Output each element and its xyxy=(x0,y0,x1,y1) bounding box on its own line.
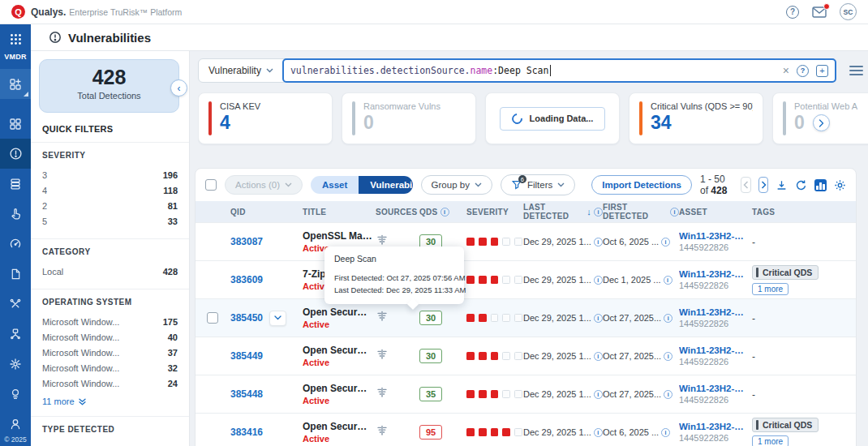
table-row[interactable]: 385449Open Secure Soc...Active30Dec 29, … xyxy=(196,337,856,375)
filter-item[interactable]: 3196 xyxy=(42,167,178,182)
detection-source-icon[interactable] xyxy=(376,310,389,323)
gear-icon[interactable] xyxy=(834,179,846,191)
toggle-asset[interactable]: Asset xyxy=(311,176,359,194)
refresh-icon[interactable] xyxy=(795,179,807,191)
asset-name-link[interactable]: Win11-23H2-B... xyxy=(679,307,749,317)
expand-row-button[interactable] xyxy=(269,311,286,326)
qid-link[interactable]: 383087 xyxy=(230,236,263,247)
select-all-checkbox[interactable] xyxy=(205,179,217,191)
filters-button[interactable]: 6 Filters xyxy=(501,174,575,195)
summary-card-loading-data-[interactable]: Loading Data... xyxy=(485,92,620,144)
sidebar-item-settings-star[interactable] xyxy=(0,349,31,379)
asset-name-link[interactable]: Win11-23H2-B... xyxy=(679,422,749,431)
detection-source-icon[interactable] xyxy=(376,348,389,361)
sidebar-item-tools[interactable] xyxy=(0,289,31,319)
info-icon[interactable]: i xyxy=(664,390,672,399)
import-detections-button[interactable]: Import Detections xyxy=(591,175,692,195)
col-header-qds[interactable]: QDS xyxy=(419,208,438,217)
col-header-first-detected[interactable]: FIRST DETECTED xyxy=(603,203,668,221)
summary-card-potential-web-a[interactable]: Potential Web A0 xyxy=(772,92,868,144)
sidebar-item-dashboard[interactable] xyxy=(0,109,31,139)
filter-item[interactable]: Microsoft Window...175 xyxy=(42,314,178,329)
filter-item[interactable]: Microsoft Window...40 xyxy=(42,329,178,345)
actions-button[interactable]: Actions (0) xyxy=(225,175,303,195)
vuln-title[interactable]: OpenSSL Man In ... xyxy=(303,230,372,242)
filter-item[interactable]: 281 xyxy=(42,198,178,213)
vuln-title[interactable]: Open Secure Soc... xyxy=(303,421,372,432)
info-icon[interactable]: i xyxy=(670,208,679,217)
tag-badge[interactable]: Critical QDS xyxy=(752,418,819,432)
query-help-icon[interactable]: ? xyxy=(797,65,809,77)
filter-item[interactable]: 533 xyxy=(42,213,178,229)
collapse-panel-button[interactable]: ‹ xyxy=(170,79,187,96)
next-card-button[interactable] xyxy=(813,114,830,131)
detection-source-icon[interactable] xyxy=(376,424,389,437)
info-icon[interactable]: i xyxy=(661,238,670,247)
col-header-sources[interactable]: SOURCES xyxy=(376,208,418,217)
vuln-title[interactable]: Open Secure Soc... xyxy=(303,345,372,356)
sidebar-item-scans[interactable] xyxy=(0,169,31,199)
filter-item[interactable]: Local428 xyxy=(42,264,178,279)
filter-item[interactable]: Microsoft Window...37 xyxy=(42,345,178,360)
apps-grid-icon[interactable] xyxy=(10,33,22,49)
row-checkbox[interactable] xyxy=(207,312,218,324)
search-scope-dropdown[interactable]: Vulnerability xyxy=(199,59,283,82)
sidebar-item-response-hand[interactable] xyxy=(0,199,31,229)
info-icon[interactable]: i xyxy=(594,428,603,437)
info-icon[interactable]: i xyxy=(440,208,449,217)
table-row[interactable]: 383416Open Secure Soc...Active95Dec 29, … xyxy=(196,413,856,446)
qid-link[interactable]: 383609 xyxy=(230,274,263,285)
info-icon[interactable]: i xyxy=(594,314,603,323)
menu-icon[interactable] xyxy=(849,66,863,75)
col-header-last-detected[interactable]: LAST DETECTED xyxy=(523,203,584,221)
sidebar-item-reports-gauge[interactable] xyxy=(0,229,31,259)
asset-name-link[interactable]: Win11-23H2-B... xyxy=(679,384,749,393)
info-icon[interactable]: i xyxy=(594,352,603,361)
table-row[interactable]: 385448Open Secure Soc...Active35Dec 29, … xyxy=(196,375,856,413)
detection-source-icon[interactable] xyxy=(376,234,389,247)
sidebar-item-vulnerabilities[interactable] xyxy=(0,139,31,169)
clear-search-icon[interactable]: × xyxy=(783,65,789,76)
table-row[interactable]: 383087OpenSSL Man In ...Active30Dec 29, … xyxy=(196,222,856,260)
info-icon[interactable]: i xyxy=(594,390,603,399)
filter-item[interactable]: 4118 xyxy=(42,182,178,198)
qid-link[interactable]: 385448 xyxy=(230,388,263,400)
col-header-title[interactable]: TITLE xyxy=(303,208,326,217)
help-icon[interactable]: ? xyxy=(786,6,799,19)
col-header-severity[interactable]: SEVERITY xyxy=(466,208,509,217)
tag-badge[interactable]: Critical QDS xyxy=(752,265,819,280)
sidebar-item-document[interactable] xyxy=(0,259,31,289)
summary-card-ransomware-vulns[interactable]: Ransomware Vulns0 xyxy=(342,92,476,144)
sidebar-item-network[interactable] xyxy=(0,319,31,349)
sidebar-item-insights-lamp[interactable] xyxy=(0,379,31,409)
col-header-tags[interactable]: TAGS xyxy=(752,208,775,217)
toggle-vulnerability[interactable]: Vulnerability xyxy=(359,176,412,194)
filter-item[interactable]: Microsoft Window...24 xyxy=(42,375,178,391)
show-more-link[interactable]: 11 more xyxy=(42,397,178,406)
add-query-icon[interactable]: + xyxy=(816,65,828,77)
info-icon[interactable]: i xyxy=(664,352,672,361)
table-row[interactable]: 3836097-Zip MActiveDec 29, 2025 1...iDec… xyxy=(196,260,856,298)
qid-link[interactable]: 385450 xyxy=(230,312,263,324)
more-tags-badge[interactable]: 1 more xyxy=(752,283,789,295)
download-icon[interactable] xyxy=(776,179,788,191)
qid-link[interactable]: 383416 xyxy=(230,427,263,438)
info-icon[interactable]: i xyxy=(664,276,672,285)
vuln-title[interactable]: Open Secure Soc... xyxy=(303,383,372,394)
table-row[interactable]: 385450Open Secure Soc...Active30Dec 29, … xyxy=(196,298,856,337)
filter-item[interactable]: Microsoft Window...32 xyxy=(42,360,178,375)
summary-card-cisa-kev[interactable]: CISA KEV4 xyxy=(198,92,333,144)
notifications-icon[interactable] xyxy=(812,6,827,18)
info-icon[interactable]: i xyxy=(661,428,670,437)
chart-view-icon[interactable] xyxy=(814,179,827,191)
asset-name-link[interactable]: Win11-23H2-B... xyxy=(679,345,749,355)
info-icon[interactable]: i xyxy=(664,314,672,323)
asset-name-link[interactable]: Win11-23H2-B... xyxy=(679,231,749,241)
summary-card-critical-vulns-qds-90-[interactable]: Critical Vulns (QDS >= 90)34 xyxy=(629,92,763,144)
col-header-qid[interactable]: QID xyxy=(230,208,246,217)
info-icon[interactable]: i xyxy=(594,276,603,285)
more-tags-badge[interactable]: 1 more xyxy=(752,435,789,446)
detection-source-icon[interactable] xyxy=(376,386,389,399)
sort-desc-icon[interactable]: ↓ xyxy=(587,207,591,217)
user-avatar[interactable]: SC xyxy=(840,3,857,20)
